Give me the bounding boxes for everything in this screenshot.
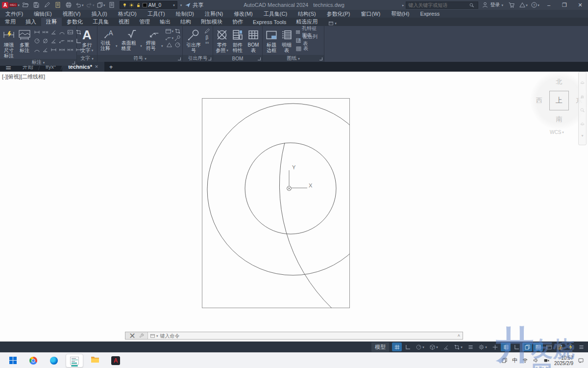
ribbon-tab-output[interactable]: 输出 <box>155 18 175 26</box>
viewport-control-view[interactable]: [俯视] <box>7 74 21 79</box>
ribbon-tab-annotate[interactable]: 注释 <box>41 18 62 26</box>
dialog-launcher-icon[interactable] <box>208 57 211 60</box>
dim-ordinate-icon[interactable] <box>66 37 74 45</box>
layer-thaw-icon[interactable] <box>129 2 134 8</box>
edge-app-button[interactable] <box>45 354 63 368</box>
command-input[interactable] <box>160 333 458 339</box>
fcf-symbol-icon[interactable] <box>174 42 181 48</box>
undo-button[interactable]: ▾ <box>74 0 84 9</box>
edge-symbol-icon[interactable]: ▾ <box>165 35 173 41</box>
part-reference-button[interactable]: 零件 参照▾ <box>215 27 229 53</box>
nav-orbit-icon[interactable] <box>580 120 585 125</box>
customization-menu-button[interactable] <box>576 342 586 351</box>
dim-angular-icon[interactable] <box>49 28 57 36</box>
dim-arc-icon[interactable] <box>58 28 66 36</box>
menu-parametric[interactable]: 参数化(P) <box>321 10 356 18</box>
snap-toggle[interactable] <box>403 342 413 351</box>
model-space-button[interactable]: 模型 <box>371 342 389 352</box>
file-explorer-button[interactable] <box>86 354 104 368</box>
menu-tools[interactable]: 工具(T) <box>142 10 171 18</box>
panel-title-symbol[interactable]: 符号 ▾ <box>98 55 182 62</box>
sign-in-button[interactable]: 登录 ▾ <box>480 0 505 9</box>
title-border-button[interactable]: 标题 边框 <box>264 27 279 53</box>
collapse-search-icon[interactable]: ▸ <box>402 3 404 7</box>
menu-modify[interactable]: 修改(M) <box>228 10 258 18</box>
nav-wheel-icon[interactable] <box>580 79 585 84</box>
selection-cycling-toggle[interactable] <box>522 342 532 351</box>
dim-angle2-icon[interactable] <box>41 46 49 54</box>
mtext-button[interactable]: A 多行 文字▾ <box>80 27 95 53</box>
isolate-objects-button[interactable] <box>555 342 564 351</box>
ribbon-tab-toolsets[interactable]: 工具集 <box>88 18 114 26</box>
command-history-icon[interactable]: ˄ <box>458 333 463 338</box>
tray-device-icon[interactable] <box>501 357 508 364</box>
ribbon-display-toggle[interactable]: ▾ <box>325 21 340 26</box>
dim-chamfer-icon[interactable] <box>58 37 66 45</box>
help-button[interactable]: ▾ <box>530 0 540 9</box>
balloon-renumber-icon[interactable] <box>204 28 210 34</box>
close-command-icon[interactable]: ✕ <box>129 331 135 341</box>
menu-toolsets[interactable]: 工具集(C) <box>258 10 293 18</box>
navigation-bar[interactable]: ▾ <box>578 72 587 145</box>
close-tab-icon[interactable]: ✕ <box>95 64 98 69</box>
workspace-gear-button[interactable]: ▾ <box>476 342 489 351</box>
command-line-grip[interactable]: ✕ <box>125 332 148 339</box>
dim-edit-icon[interactable] <box>49 46 57 54</box>
app-menu-button[interactable]: A MEC ▾ <box>2 2 20 8</box>
annotation-visibility-toggle[interactable] <box>533 342 543 351</box>
wcs-menu[interactable]: WCS ▾ <box>550 130 564 135</box>
datum-target-icon[interactable] <box>174 35 181 41</box>
print-button[interactable] <box>64 0 74 9</box>
camera-icon[interactable] <box>543 357 550 364</box>
menu-file[interactable]: 文件(F) <box>0 10 28 18</box>
chevron-down-icon[interactable]: ▾ <box>93 3 95 7</box>
ribbon-tab-parametric[interactable]: 参数化 <box>62 18 88 26</box>
panel-title-balloon[interactable]: 引出序号 <box>183 55 213 62</box>
menu-view[interactable]: 视图(V) <box>57 10 86 18</box>
surface-texture-button[interactable]: 表面粗糙度▾ <box>120 27 144 52</box>
ribbon-tab-insert[interactable]: 插入 <box>21 18 41 26</box>
layer-unlock-icon[interactable] <box>136 2 141 8</box>
redo-button[interactable]: ▾ <box>85 0 95 9</box>
osnap-tracking-toggle[interactable] <box>441 342 451 351</box>
active-cad-app-button[interactable] <box>66 354 83 368</box>
plot-button[interactable] <box>53 0 63 9</box>
panel-title-sheet[interactable]: 图纸 ▾ <box>263 55 324 62</box>
dim-aligned-icon[interactable] <box>41 28 49 36</box>
menu-insert[interactable]: 插入(I) <box>86 10 112 18</box>
chevron-down-icon[interactable]: ▾ <box>82 3 84 7</box>
search-input[interactable] <box>406 2 469 8</box>
volume-icon[interactable] <box>533 357 539 364</box>
ribbon-tab-home[interactable]: 常用 <box>0 18 21 26</box>
minimize-button[interactable]: – <box>542 0 556 10</box>
dialog-launcher-icon[interactable] <box>258 57 261 60</box>
new-sheet-button[interactable] <box>107 0 117 9</box>
leader-note-button[interactable]: 引线注释▾ <box>99 27 119 52</box>
autocad-app-button[interactable]: A <box>107 354 124 368</box>
ribbon-tab-addins[interactable]: 附加模块 <box>196 18 227 26</box>
panel-title-text[interactable]: 文字 ▾ <box>77 55 97 62</box>
layer-color-swatch[interactable] <box>143 3 147 7</box>
parts-list-button[interactable]: 明细 表 <box>280 27 294 53</box>
ribbon-tab-view[interactable]: 视图 <box>114 18 134 26</box>
autoscale-toggle[interactable] <box>544 342 554 351</box>
menu-structure[interactable]: 结构(S) <box>293 10 321 18</box>
ribbon-tab-express[interactable]: Express Tools <box>248 18 291 26</box>
customize-wrench-icon[interactable] <box>139 333 144 338</box>
bom-table-button[interactable]: BOM 表 <box>246 27 261 53</box>
save-button[interactable] <box>31 0 41 9</box>
viewcube-top-face[interactable]: 上 <box>549 91 569 110</box>
new-tab-button[interactable]: + <box>104 62 118 72</box>
panel-title-dimension[interactable]: 标注 ▾ <box>0 59 76 66</box>
power-dimension-button[interactable]: 增强 尺寸标注 <box>1 27 16 59</box>
drawing-canvas[interactable]: Y X [-][俯视][二维线框] 北 西 东 南 上 WCS ▾ <box>0 72 588 342</box>
grid-toggle[interactable] <box>392 342 402 351</box>
search-icon[interactable] <box>469 2 474 8</box>
viewport-control-minus[interactable]: [-] <box>2 74 7 79</box>
layer-control[interactable]: AM_0 ▾ <box>120 1 177 9</box>
dim-radius-icon[interactable] <box>33 37 41 45</box>
dim-arc2-icon[interactable] <box>33 46 41 54</box>
table-button[interactable]: 表 <box>294 45 322 53</box>
menu-help[interactable]: 帮助(H) <box>386 10 415 18</box>
viewcube-south[interactable]: 南 <box>556 115 563 124</box>
